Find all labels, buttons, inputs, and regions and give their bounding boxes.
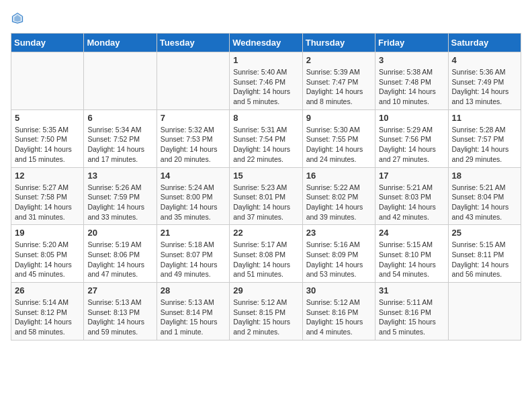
logo-icon bbox=[11, 11, 24, 25]
day-number: 11 bbox=[452, 113, 517, 123]
day-number: 22 bbox=[233, 228, 298, 238]
day-number: 27 bbox=[87, 285, 152, 295]
day-number: 3 bbox=[379, 55, 444, 65]
day-info: Sunrise: 5:29 AM Sunset: 7:56 PM Dayligh… bbox=[379, 125, 444, 165]
calendar-week-row: 19Sunrise: 5:20 AM Sunset: 8:05 PM Dayli… bbox=[11, 225, 521, 283]
calendar-cell: 5Sunrise: 5:35 AM Sunset: 7:50 PM Daylig… bbox=[11, 109, 84, 167]
calendar-cell: 15Sunrise: 5:23 AM Sunset: 8:01 PM Dayli… bbox=[230, 167, 302, 225]
calendar-cell: 19Sunrise: 5:20 AM Sunset: 8:05 PM Dayli… bbox=[11, 225, 84, 283]
day-info: Sunrise: 5:39 AM Sunset: 7:47 PM Dayligh… bbox=[306, 67, 371, 107]
day-header-thursday: Thursday bbox=[302, 34, 375, 52]
day-info: Sunrise: 5:24 AM Sunset: 8:00 PM Dayligh… bbox=[161, 183, 226, 222]
calendar-cell: 2Sunrise: 5:39 AM Sunset: 7:47 PM Daylig… bbox=[302, 52, 375, 110]
day-number: 26 bbox=[15, 285, 80, 295]
day-number: 25 bbox=[452, 228, 517, 238]
day-info: Sunrise: 5:27 AM Sunset: 7:58 PM Dayligh… bbox=[15, 183, 80, 222]
calendar-table: SundayMondayTuesdayWednesdayThursdayFrid… bbox=[11, 33, 521, 340]
day-info: Sunrise: 5:21 AM Sunset: 8:03 PM Dayligh… bbox=[379, 183, 444, 222]
day-info: Sunrise: 5:38 AM Sunset: 7:48 PM Dayligh… bbox=[379, 67, 444, 107]
calendar-cell: 10Sunrise: 5:29 AM Sunset: 7:56 PM Dayli… bbox=[375, 109, 448, 167]
day-info: Sunrise: 5:34 AM Sunset: 7:52 PM Dayligh… bbox=[87, 125, 152, 165]
day-number: 28 bbox=[161, 285, 226, 295]
day-number: 15 bbox=[233, 171, 298, 181]
calendar-cell: 25Sunrise: 5:15 AM Sunset: 8:11 PM Dayli… bbox=[448, 225, 521, 283]
calendar-cell bbox=[84, 52, 157, 110]
calendar-cell: 4Sunrise: 5:36 AM Sunset: 7:49 PM Daylig… bbox=[448, 52, 521, 110]
day-info: Sunrise: 5:31 AM Sunset: 7:54 PM Dayligh… bbox=[233, 125, 298, 165]
day-info: Sunrise: 5:16 AM Sunset: 8:09 PM Dayligh… bbox=[306, 240, 371, 279]
day-info: Sunrise: 5:23 AM Sunset: 8:01 PM Dayligh… bbox=[233, 183, 298, 222]
logo bbox=[11, 11, 27, 25]
day-info: Sunrise: 5:22 AM Sunset: 8:02 PM Dayligh… bbox=[306, 183, 371, 222]
calendar-cell: 16Sunrise: 5:22 AM Sunset: 8:02 PM Dayli… bbox=[302, 167, 375, 225]
day-info: Sunrise: 5:18 AM Sunset: 8:07 PM Dayligh… bbox=[161, 240, 226, 279]
day-number: 9 bbox=[306, 113, 371, 123]
calendar-cell: 9Sunrise: 5:30 AM Sunset: 7:55 PM Daylig… bbox=[302, 109, 375, 167]
calendar-cell: 29Sunrise: 5:12 AM Sunset: 8:15 PM Dayli… bbox=[230, 283, 302, 340]
day-info: Sunrise: 5:19 AM Sunset: 8:06 PM Dayligh… bbox=[87, 240, 152, 279]
day-number: 29 bbox=[233, 285, 298, 295]
calendar-cell: 31Sunrise: 5:11 AM Sunset: 8:16 PM Dayli… bbox=[375, 283, 448, 340]
day-number: 21 bbox=[161, 228, 226, 238]
calendar-cell: 23Sunrise: 5:16 AM Sunset: 8:09 PM Dayli… bbox=[302, 225, 375, 283]
day-number: 19 bbox=[15, 228, 80, 238]
calendar-cell: 11Sunrise: 5:28 AM Sunset: 7:57 PM Dayli… bbox=[448, 109, 521, 167]
calendar-cell: 13Sunrise: 5:26 AM Sunset: 7:59 PM Dayli… bbox=[84, 167, 157, 225]
day-number: 31 bbox=[379, 285, 444, 295]
day-header-tuesday: Tuesday bbox=[157, 34, 229, 52]
day-info: Sunrise: 5:20 AM Sunset: 8:05 PM Dayligh… bbox=[15, 240, 80, 279]
day-number: 10 bbox=[379, 113, 444, 123]
day-info: Sunrise: 5:40 AM Sunset: 7:46 PM Dayligh… bbox=[233, 67, 298, 107]
calendar-cell: 17Sunrise: 5:21 AM Sunset: 8:03 PM Dayli… bbox=[375, 167, 448, 225]
calendar-cell: 8Sunrise: 5:31 AM Sunset: 7:54 PM Daylig… bbox=[230, 109, 302, 167]
day-header-wednesday: Wednesday bbox=[230, 34, 302, 52]
calendar-cell: 26Sunrise: 5:14 AM Sunset: 8:12 PM Dayli… bbox=[11, 283, 84, 340]
calendar-cell: 1Sunrise: 5:40 AM Sunset: 7:46 PM Daylig… bbox=[230, 52, 302, 110]
day-info: Sunrise: 5:13 AM Sunset: 8:14 PM Dayligh… bbox=[161, 298, 226, 337]
calendar-cell: 6Sunrise: 5:34 AM Sunset: 7:52 PM Daylig… bbox=[84, 109, 157, 167]
day-number: 23 bbox=[306, 228, 371, 238]
day-number: 14 bbox=[161, 171, 226, 181]
day-number: 5 bbox=[15, 113, 80, 123]
day-info: Sunrise: 5:36 AM Sunset: 7:49 PM Dayligh… bbox=[452, 67, 517, 107]
calendar-week-row: 26Sunrise: 5:14 AM Sunset: 8:12 PM Dayli… bbox=[11, 283, 521, 340]
page-header bbox=[11, 11, 521, 25]
day-number: 20 bbox=[87, 228, 152, 238]
day-number: 4 bbox=[452, 55, 517, 65]
calendar-cell: 22Sunrise: 5:17 AM Sunset: 8:08 PM Dayli… bbox=[230, 225, 302, 283]
calendar-cell: 7Sunrise: 5:32 AM Sunset: 7:53 PM Daylig… bbox=[157, 109, 229, 167]
day-number: 16 bbox=[306, 171, 371, 181]
day-number: 13 bbox=[87, 171, 152, 181]
calendar-cell bbox=[448, 283, 521, 340]
calendar-cell: 18Sunrise: 5:21 AM Sunset: 8:04 PM Dayli… bbox=[448, 167, 521, 225]
day-info: Sunrise: 5:12 AM Sunset: 8:16 PM Dayligh… bbox=[306, 298, 371, 337]
calendar-cell: 14Sunrise: 5:24 AM Sunset: 8:00 PM Dayli… bbox=[157, 167, 229, 225]
day-info: Sunrise: 5:28 AM Sunset: 7:57 PM Dayligh… bbox=[452, 125, 517, 165]
day-info: Sunrise: 5:15 AM Sunset: 8:10 PM Dayligh… bbox=[379, 240, 444, 279]
day-number: 2 bbox=[306, 55, 371, 65]
day-info: Sunrise: 5:26 AM Sunset: 7:59 PM Dayligh… bbox=[87, 183, 152, 222]
day-info: Sunrise: 5:11 AM Sunset: 8:16 PM Dayligh… bbox=[379, 298, 444, 337]
calendar-cell: 12Sunrise: 5:27 AM Sunset: 7:58 PM Dayli… bbox=[11, 167, 84, 225]
day-header-sunday: Sunday bbox=[11, 34, 84, 52]
day-header-monday: Monday bbox=[84, 34, 157, 52]
day-info: Sunrise: 5:13 AM Sunset: 8:13 PM Dayligh… bbox=[87, 298, 152, 337]
calendar-week-row: 5Sunrise: 5:35 AM Sunset: 7:50 PM Daylig… bbox=[11, 109, 521, 167]
calendar-cell bbox=[11, 52, 84, 110]
calendar-header-row: SundayMondayTuesdayWednesdayThursdayFrid… bbox=[11, 34, 521, 52]
day-header-saturday: Saturday bbox=[448, 34, 521, 52]
calendar-cell: 30Sunrise: 5:12 AM Sunset: 8:16 PM Dayli… bbox=[302, 283, 375, 340]
day-info: Sunrise: 5:35 AM Sunset: 7:50 PM Dayligh… bbox=[15, 125, 80, 165]
day-info: Sunrise: 5:30 AM Sunset: 7:55 PM Dayligh… bbox=[306, 125, 371, 165]
day-number: 24 bbox=[379, 228, 444, 238]
calendar-cell: 28Sunrise: 5:13 AM Sunset: 8:14 PM Dayli… bbox=[157, 283, 229, 340]
calendar-cell: 24Sunrise: 5:15 AM Sunset: 8:10 PM Dayli… bbox=[375, 225, 448, 283]
calendar-week-row: 12Sunrise: 5:27 AM Sunset: 7:58 PM Dayli… bbox=[11, 167, 521, 225]
day-number: 17 bbox=[379, 171, 444, 181]
day-number: 18 bbox=[452, 171, 517, 181]
calendar-cell bbox=[157, 52, 229, 110]
day-info: Sunrise: 5:12 AM Sunset: 8:15 PM Dayligh… bbox=[233, 298, 298, 337]
day-number: 6 bbox=[87, 113, 152, 123]
day-number: 8 bbox=[233, 113, 298, 123]
day-info: Sunrise: 5:32 AM Sunset: 7:53 PM Dayligh… bbox=[161, 125, 226, 165]
